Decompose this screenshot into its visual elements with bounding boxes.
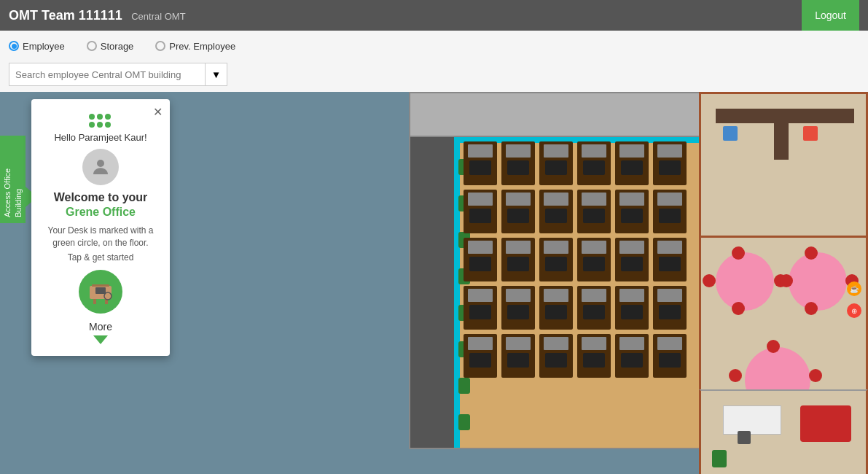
desk: [501, 334, 535, 378]
popup-description: Your Desk is marked with a green circle,…: [42, 225, 160, 249]
plant-7: [458, 378, 470, 394]
desk: [501, 238, 535, 281]
filter-employee-label: Employee: [23, 41, 65, 52]
search-bar: ▼: [0, 60, 868, 92]
round-table-2: [789, 252, 847, 311]
app-subtitle: Central OMT: [131, 11, 185, 22]
search-dropdown-button[interactable]: ▼: [205, 63, 227, 85]
svg-point-0: [97, 160, 104, 167]
desk: [653, 238, 687, 281]
main-area: Access Office Building ✕ Hello Paramjeet…: [0, 92, 868, 474]
bottom-right-room: [699, 389, 868, 474]
desk: [464, 334, 497, 378]
desk: [539, 238, 573, 281]
desk: [653, 190, 687, 233]
filter-storage-label: Storage: [101, 41, 134, 52]
desk: [577, 238, 611, 281]
logo-dot-2: [97, 114, 103, 120]
round-table-1: [716, 252, 774, 311]
filter-storage[interactable]: Storage: [87, 41, 134, 52]
desk: [539, 334, 573, 378]
radio-employee[interactable]: [9, 41, 19, 51]
logo-dot-1: [89, 114, 95, 120]
top-right-office: [699, 92, 868, 238]
icon-1: ☕: [847, 281, 861, 296]
svg-rect-3: [93, 299, 96, 304]
desk: [615, 334, 649, 378]
popup-welcome-text: Welcome to your: [54, 191, 148, 204]
popup-hello-text: Hello Paramjeet Kaur!: [54, 132, 146, 143]
desk: [577, 141, 611, 185]
desk: [615, 286, 649, 330]
blue-border-left: [454, 137, 460, 448]
desk: [501, 141, 535, 185]
sidebar-access-button[interactable]: Access Office Building: [0, 136, 26, 223]
desk: [539, 141, 573, 185]
popup-office-name: Grene Office: [66, 206, 136, 219]
app-header: OMT Team 111111 Central OMT Logout: [0, 0, 868, 31]
filter-bar: Employee Storage Prev. Employee: [0, 31, 868, 60]
desk: [615, 238, 649, 281]
welcome-popup: ✕ Hello Paramjeet Kaur! Welcome to your …: [31, 99, 170, 356]
desk: [577, 334, 611, 378]
radio-prev-employee[interactable]: [155, 41, 165, 51]
desk: [615, 190, 649, 233]
search-wrapper: ▼: [9, 63, 227, 86]
desk: [464, 238, 497, 281]
search-input[interactable]: [9, 69, 205, 80]
desk: [539, 190, 573, 233]
logo-dot-3: [105, 114, 111, 120]
desk: [464, 141, 497, 185]
plant-room: [712, 450, 727, 467]
desk-icon[interactable]: [79, 270, 122, 314]
radio-storage[interactable]: [87, 41, 97, 51]
aisle-dark: [410, 137, 455, 448]
desk: [653, 141, 687, 185]
user-avatar: [82, 149, 119, 185]
desk: [653, 286, 687, 330]
desk: [653, 334, 687, 378]
desk: [501, 190, 535, 233]
desk: [501, 286, 535, 330]
user-icon: [90, 156, 112, 178]
chevron-down-icon: ▼: [211, 69, 221, 80]
desk-grid: [464, 141, 687, 378]
svg-rect-5: [95, 287, 106, 294]
floor-plan: ☕ ⊕ ›: [336, 92, 868, 474]
logout-button[interactable]: Logout: [802, 0, 859, 31]
sidebar-label: Access Office Building: [2, 141, 23, 217]
desk: [539, 286, 573, 330]
logo-dot-4: [89, 122, 95, 128]
logo-dot-6: [105, 122, 111, 128]
app-logo: [89, 114, 112, 128]
popup-more-label: More: [89, 321, 112, 333]
desk: [464, 286, 497, 330]
desk: [615, 141, 649, 185]
header-title-area: OMT Team 111111 Central OMT: [9, 8, 186, 23]
more-arrow-down-icon: [93, 335, 108, 344]
svg-rect-2: [92, 284, 109, 287]
filter-prev-employee-label: Prev. Employee: [169, 41, 235, 52]
desk: [464, 190, 497, 233]
filter-employee[interactable]: Employee: [9, 41, 65, 52]
desk-svg: [86, 277, 115, 306]
couch: [800, 405, 851, 442]
popup-tap-text: Tap & get started: [68, 252, 134, 263]
desk: [577, 286, 611, 330]
plant-8: [458, 414, 470, 430]
icon-2: ⊕: [847, 303, 861, 318]
logo-dot-5: [97, 122, 103, 128]
app-title: OMT Team 111111: [9, 8, 122, 23]
filter-prev-employee[interactable]: Prev. Employee: [155, 41, 235, 52]
desk: [577, 190, 611, 233]
popup-close-button[interactable]: ✕: [153, 105, 163, 119]
